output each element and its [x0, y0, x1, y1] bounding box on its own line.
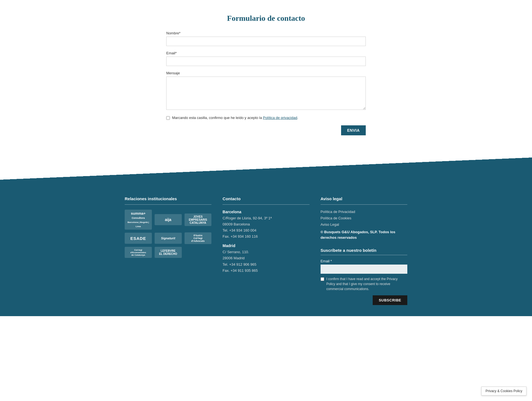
privacy-text: Marcando esta casilla, confirmo que he l… — [172, 116, 298, 120]
diagonal-separator — [0, 158, 532, 180]
submit-button[interactable]: ENVIA — [341, 125, 366, 135]
barcelona-city: Barcelona — [222, 210, 309, 214]
subscribe-button[interactable]: SUBSCRIBE — [373, 295, 407, 305]
madrid-info: C/ Serrano, 110. 28006 Madrid Tel. +34 9… — [222, 249, 309, 273]
submit-row: ENVIA — [166, 125, 366, 135]
email-label: Email* — [166, 51, 366, 55]
email-group: Email* — [166, 51, 366, 66]
newsletter-email-label: Email * — [321, 259, 407, 263]
logo-lefebvre: LEFEBVREEL DERECHO — [155, 247, 182, 258]
nombre-group: Nombre* — [166, 31, 366, 46]
logo-signaturit: Signaturit — [155, 233, 182, 244]
footer: Relaciones institucionales summa+Consult… — [0, 180, 532, 316]
privacy-checkbox[interactable] — [166, 116, 170, 120]
contacto-divider — [222, 204, 309, 205]
cookies-link[interactable]: Política de Cookies — [321, 216, 407, 220]
footer-col-contacto: Contacto Barcelona C/Roger de Llúria, 92… — [222, 196, 309, 305]
relaciones-divider — [125, 204, 211, 205]
newsletter-consent-checkbox[interactable] — [321, 277, 324, 281]
logo-advocats: Il·lustreCol·legid'Advocats — [185, 232, 212, 244]
email-input[interactable] — [166, 57, 366, 66]
privacy-row: Marcando esta casilla, confirmo que he l… — [166, 116, 366, 120]
mensaje-group: Mensaje — [166, 71, 366, 111]
newsletter-divider — [321, 255, 407, 255]
newsletter-consent: I confirm that I have read and accept th… — [321, 276, 407, 291]
barcelona-info: C/Roger de Llúria, 92-94, 3º 1ª 08009 Ba… — [222, 215, 309, 240]
footer-col-legal: Aviso legal Política de Privacidad Polít… — [321, 196, 407, 305]
nombre-label: Nombre* — [166, 31, 366, 35]
footer-inner: Relaciones institucionales summa+Consult… — [114, 196, 418, 305]
nombre-input[interactable] — [166, 37, 366, 46]
privacy-link[interactable]: Política de privacidad — [263, 116, 297, 120]
footer-col-relaciones: Relaciones institucionales summa+Consult… — [125, 196, 211, 305]
newsletter-email-input[interactable] — [321, 265, 407, 274]
contacto-title: Contacto — [222, 196, 309, 201]
logo-summa: summa+ConsultoraBarcelona | Bogotá | Lim… — [125, 210, 152, 230]
madrid-city: Madrid — [222, 243, 309, 248]
contact-form-section: Formulario de contacto Nombre* Email* Me… — [161, 0, 371, 158]
relaciones-title: Relaciones institucionales — [125, 196, 211, 201]
aviso-title: Aviso legal — [321, 196, 407, 201]
mensaje-label: Mensaje — [166, 71, 366, 75]
logo-joves: JOVESEMPRESARISCATALUNYA — [185, 214, 212, 226]
form-title: Formulario de contacto — [166, 14, 366, 23]
logo-aija: aija — [155, 214, 182, 225]
logo-col-economistes: Col·legid'Economistesde Catalunya — [125, 247, 152, 258]
mensaje-textarea[interactable] — [166, 77, 366, 110]
newsletter-consent-text: I confirm that I have read and accept th… — [326, 276, 407, 291]
logos-grid: summa+ConsultoraBarcelona | Bogotá | Lim… — [125, 210, 211, 258]
aviso-divider — [321, 204, 407, 205]
newsletter-title: Suscríbete a nuestro boletín — [321, 248, 407, 253]
logo-esade: ESADE — [125, 233, 152, 244]
aviso-link[interactable]: Aviso Legal — [321, 222, 407, 227]
copyright: © Busquets G&U Abogados, SLP. Todos los … — [321, 229, 407, 240]
privacidad-link[interactable]: Política de Privacidad — [321, 210, 407, 214]
